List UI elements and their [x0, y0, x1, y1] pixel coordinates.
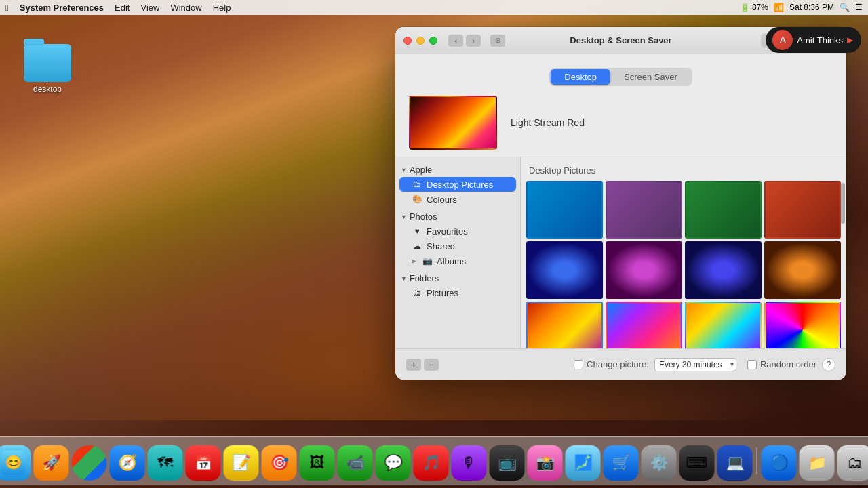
interval-dropdown[interactable]: Every 30 minutes — [654, 358, 736, 371]
dock-podcasts[interactable]: 🎙 — [452, 445, 487, 481]
change-picture-checkbox[interactable]: Change picture: — [574, 359, 649, 369]
dock-facetime[interactable]: 📹 — [338, 445, 373, 481]
tab-screensaver[interactable]: Screen Saver — [610, 69, 691, 85]
amit-avatar: A — [772, 30, 793, 50]
preview-section: Light Stream Red — [409, 96, 585, 150]
wallpaper-thumb-6[interactable] — [606, 241, 682, 299]
dock-finder[interactable]: 😊 — [0, 445, 31, 481]
menubar-window[interactable]: Window — [170, 3, 201, 13]
system-preferences-window: ‹ › ⊞ Desktop & Screen Saver 🔍 Desktop S… — [395, 27, 846, 380]
tab-desktop[interactable]: Desktop — [551, 69, 610, 85]
wallpaper-thumb-2[interactable] — [606, 181, 682, 239]
help-button[interactable]: ? — [822, 358, 835, 371]
dock-notes[interactable]: 📝 — [224, 445, 259, 481]
desktop-folder[interactable]: desktop — [24, 44, 71, 94]
pictures-grid — [526, 181, 841, 348]
random-order-checkbox[interactable]: Random order — [747, 359, 816, 369]
interval-dropdown-wrap: Every 30 minutes — [654, 358, 736, 371]
sidebar: ▼ Apple 🗂 Desktop Pictures 🎨 Colours ▼ P… — [395, 157, 521, 348]
grid-view-button[interactable]: ⊞ — [490, 35, 505, 47]
sidebar-photos-label: Photos — [410, 211, 437, 222]
dock-screenrecorder[interactable]: 📸 — [528, 445, 563, 481]
sidebar-favourites-label: Favourites — [427, 226, 468, 237]
dock-launchpad[interactable]: 🚀 — [34, 445, 69, 481]
back-button[interactable]: ‹ — [448, 35, 463, 47]
sidebar-item-desktop-pictures[interactable]: 🗂 Desktop Pictures — [399, 177, 516, 192]
traffic-lights — [403, 37, 437, 45]
sidebar-item-pictures[interactable]: 🗂 Pictures — [395, 285, 520, 300]
window-title: Desktop & Screen Saver — [570, 35, 671, 45]
menubar-view[interactable]: View — [140, 3, 159, 13]
remove-button[interactable]: − — [424, 359, 439, 371]
checkbox-box-1[interactable] — [574, 360, 583, 369]
dock-files[interactable]: 📁 — [800, 445, 835, 481]
menu-battery: 🔋 87% — [740, 3, 768, 12]
dock-safari[interactable]: 🧭 — [110, 445, 145, 481]
sidebar-item-favourites[interactable]: ♥ Favourites — [395, 224, 520, 239]
maximize-button[interactable] — [429, 37, 437, 45]
add-button[interactable]: + — [406, 359, 421, 371]
sidebar-item-albums[interactable]: ▶ 📷 Albums — [395, 253, 520, 268]
bottom-right: Change picture: Every 30 minutes Random … — [574, 358, 835, 371]
sidebar-group-photos[interactable]: ▼ Photos — [395, 209, 520, 224]
menubar-help[interactable]: Help — [213, 3, 231, 13]
amit-badge[interactable]: A Amit Thinks ▶ — [766, 27, 861, 53]
sidebar-item-colours[interactable]: 🎨 Colours — [395, 192, 520, 207]
sidebar-item-shared[interactable]: ☁ Shared — [395, 239, 520, 253]
menubar-left:  System Preferences Edit View Window He… — [0, 3, 231, 13]
sidebar-group-apple[interactable]: ▼ Apple — [395, 163, 520, 177]
minimize-button[interactable] — [416, 37, 425, 45]
wallpaper-thumb-8[interactable] — [764, 241, 841, 299]
nav-buttons: ‹ › — [448, 35, 481, 47]
dock-calendar[interactable]: 📅 — [186, 445, 221, 481]
chevron-down-icon-2: ▼ — [401, 214, 407, 220]
menu-wifi: 📶 — [774, 3, 784, 12]
dock-safari2[interactable]: 🔵 — [762, 445, 797, 481]
chevron-down-icon: ▼ — [401, 167, 407, 174]
checkbox-box-2[interactable] — [747, 360, 757, 369]
dock-chrome[interactable] — [72, 445, 107, 481]
sidebar-albums-label: Albums — [437, 256, 466, 266]
dock-maps2[interactable]: 🗾 — [566, 445, 601, 481]
dock-appstore[interactable]: 🛒 — [604, 445, 639, 481]
dock-itunes[interactable]: 🎵 — [414, 445, 449, 481]
preview-label: Light Stream Red — [511, 117, 585, 128]
dock-messages[interactable]: 💬 — [376, 445, 411, 481]
wallpaper-thumb-9-selected[interactable] — [526, 302, 603, 349]
apple-menu[interactable]:  — [5, 3, 9, 13]
wallpaper-thumb-12[interactable] — [764, 302, 841, 349]
wallpaper-thumb-4[interactable] — [764, 181, 841, 239]
menu-search-icon[interactable]: 🔍 — [840, 3, 850, 12]
preview-image — [409, 96, 497, 150]
forward-button[interactable]: › — [466, 35, 481, 47]
wallpaper-thumb-1[interactable] — [526, 181, 603, 239]
wallpaper-thumb-5[interactable] — [526, 241, 603, 299]
sidebar-desktop-pictures-label: Desktop Pictures — [427, 180, 493, 190]
menu-notification[interactable]: ☰ — [855, 3, 863, 12]
menubar:  System Preferences Edit View Window He… — [0, 0, 868, 15]
dock-sysprefs[interactable]: ⚙️ — [642, 445, 677, 481]
wallpaper-thumb-3[interactable] — [685, 181, 762, 239]
close-button[interactable] — [403, 37, 412, 45]
random-order-label: Random order — [760, 359, 816, 369]
dock-parallels[interactable]: 💻 — [717, 445, 753, 481]
dock-files2[interactable]: 🗂 — [837, 445, 869, 481]
wallpaper-thumb-11[interactable] — [685, 302, 762, 349]
dock-tv[interactable]: 📺 — [490, 445, 525, 481]
scrollbar-thumb[interactable] — [841, 183, 845, 224]
sidebar-group-folders[interactable]: ▼ Folders — [395, 271, 520, 285]
menubar-edit[interactable]: Edit — [115, 3, 130, 13]
grid-area: Desktop Pictures — [521, 157, 846, 348]
play-icon: ▶ — [847, 35, 853, 45]
dock-reminders[interactable]: 🎯 — [262, 445, 297, 481]
wallpaper-thumb-10[interactable] — [606, 302, 682, 349]
menubar-system-preferences[interactable]: System Preferences — [20, 3, 104, 13]
dock-terminal[interactable]: ⌨ — [679, 445, 715, 481]
dock: 😊 🚀 🧭 🗺 📅 📝 🎯 🖼 📹 💬 🎵 🎙 📺 📸 🗾 🛒 ⚙️ ⌨ 💻 🔵… — [0, 436, 868, 485]
albums-icon: 📷 — [422, 256, 433, 266]
add-remove-buttons: + − — [406, 359, 439, 371]
wallpaper-thumb-7[interactable] — [685, 241, 762, 299]
dock-photos[interactable]: 🖼 — [300, 445, 335, 481]
change-picture-label: Change picture: — [587, 359, 649, 369]
dock-maps[interactable]: 🗺 — [148, 445, 183, 481]
